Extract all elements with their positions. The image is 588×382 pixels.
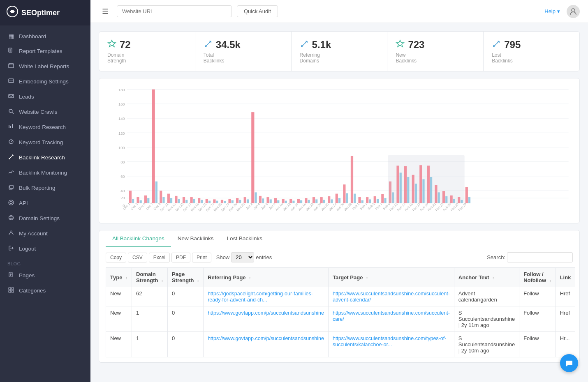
svg-text:Feb 7: Feb 7 [375,202,383,211]
sidebar-item-label: Keyword Tracking [19,139,63,145]
svg-rect-123 [366,197,368,203]
sidebar-item-keyword-research[interactable]: Keyword Research [0,120,90,135]
svg-rect-86 [224,201,226,203]
cell-referring-page: https://www.govtapp.com/p/succulentsands… [204,332,329,357]
svg-rect-99 [274,198,277,203]
sidebar-item-embedding-settings[interactable]: Embedding Settings [0,74,90,89]
svg-rect-106 [300,200,302,203]
col-header-anchor-text[interactable]: Anchor Text ↕ [454,268,519,287]
bulk-reporting-icon [7,184,15,191]
svg-text:180: 180 [118,87,125,92]
svg-line-39 [206,42,210,46]
svg-rect-115 [336,194,338,203]
svg-rect-64 [140,200,142,203]
sidebar-item-backlink-monitoring[interactable]: Backlink Monitoring [0,165,90,180]
sidebar-item-website-crawls[interactable]: Website Crawls [0,104,90,120]
sidebar-item-my-account[interactable]: My Account [0,226,90,241]
chat-bubble[interactable] [560,354,578,372]
sidebar-item-white-label-reports[interactable]: White Label Reports [0,59,90,74]
svg-rect-102 [285,201,287,203]
sidebar-item-domain-settings[interactable]: Domain Settings [0,211,90,226]
embedding-icon [7,78,15,85]
entries-select[interactable]: 20 10 50 100 [231,252,254,262]
url-input[interactable] [117,5,232,17]
svg-rect-92 [247,199,249,203]
backlink-research-icon [7,154,15,161]
svg-rect-89 [236,198,238,203]
user-avatar[interactable] [567,5,580,18]
sidebar-item-report-templates[interactable]: Report Templates [0,44,90,59]
cell-link: Href [556,306,575,332]
svg-rect-135 [407,177,409,203]
quick-audit-button[interactable]: Quick Audit [237,5,278,17]
sidebar-item-keyword-tracking[interactable]: Keyword Tracking [0,135,90,150]
col-header-target-page[interactable]: Target Page ↕ [328,268,454,287]
svg-rect-77 [190,197,193,203]
svg-text:Feb 11: Feb 11 [389,202,398,212]
help-button[interactable]: Help ▾ [544,8,560,14]
sidebar-item-logout[interactable]: Logout [0,241,90,256]
svg-rect-34 [9,288,11,290]
sidebar-item-pages[interactable]: Pages [0,268,90,283]
svg-rect-79 [198,198,200,203]
svg-rect-138 [419,165,422,203]
sidebar-item-label: Leads [19,94,34,100]
hamburger-button[interactable]: ☰ [99,5,112,18]
svg-rect-85 [221,200,223,203]
main-area: ☰ Quick Audit Help ▾ [90,0,588,382]
col-header-domain-strength[interactable]: DomainStrength ↕ [132,268,168,287]
referring-domains-icon [300,39,309,51]
sidebar-item-bulk-reporting[interactable]: Bulk Reporting [0,180,90,196]
sidebar-item-leads[interactable]: Leads [0,89,90,104]
search-input[interactable] [507,252,573,262]
sidebar-item-api[interactable]: API [0,196,90,211]
svg-rect-78 [193,199,195,203]
svg-rect-145 [445,196,447,203]
sidebar-item-backlink-research[interactable]: Backlink Research [0,150,90,165]
sidebar-item-dashboard[interactable]: ▦ Dashboard [0,29,90,44]
stat-card-new-backlinks: 723 NewBacklinks [387,32,484,71]
print-button[interactable]: Print [192,253,211,262]
col-header-referring-page[interactable]: Referring Page ↕ [204,268,329,287]
col-header-link[interactable]: Link [556,268,575,287]
tab-new-backlinks[interactable]: New Backlinks [171,230,220,247]
svg-rect-83 [213,199,215,203]
api-icon [7,200,15,207]
svg-text:Feb 19: Feb 19 [419,202,429,212]
svg-rect-136 [412,175,414,203]
copy-button[interactable]: Copy [106,253,126,262]
logo-area[interactable]: SEOptimer [0,0,90,25]
referring-domains-value: 5.1k [312,39,331,51]
svg-text:Feb 27: Feb 27 [450,202,459,212]
main-nav: ▦ Dashboard Report Templates White Label… [0,25,90,382]
svg-rect-91 [244,197,246,203]
my-account-icon [7,230,15,237]
svg-text:60: 60 [120,174,125,179]
tab-lost-backlinks[interactable]: Lost Backlinks [220,230,269,247]
cell-domain-strength: 1 [132,332,168,357]
excel-button[interactable]: Excel [149,253,170,262]
svg-rect-143 [438,192,440,203]
svg-rect-61 [129,191,132,203]
pdf-button[interactable]: PDF [171,253,190,262]
svg-line-17 [11,140,12,142]
svg-rect-74 [178,199,180,203]
svg-rect-128 [384,198,386,203]
search-label: Search: [487,254,505,260]
col-header-page-strength[interactable]: PageStrength ↕ [168,268,204,287]
svg-rect-72 [170,198,172,203]
svg-rect-120 [354,194,356,203]
sidebar-item-label: Keyword Research [19,124,66,130]
content-area: 72 DomainStrength 34.5k TotalBacklinks [90,23,588,382]
referring-domains-label: ReferringDomains [300,52,379,64]
lost-backlinks-icon [492,39,501,51]
sidebar-item-categories[interactable]: Categories [0,283,90,298]
tab-all-backlink-changes[interactable]: All Backlink Changes [106,230,171,247]
col-header-type[interactable]: Type ↕ [106,268,132,287]
csv-button[interactable]: CSV [128,253,147,262]
svg-rect-87 [228,199,231,203]
svg-rect-62 [132,199,134,203]
svg-rect-116 [338,198,340,203]
svg-rect-148 [458,197,460,203]
col-header-follow[interactable]: Follow /Nofollow ↕ [519,268,556,287]
